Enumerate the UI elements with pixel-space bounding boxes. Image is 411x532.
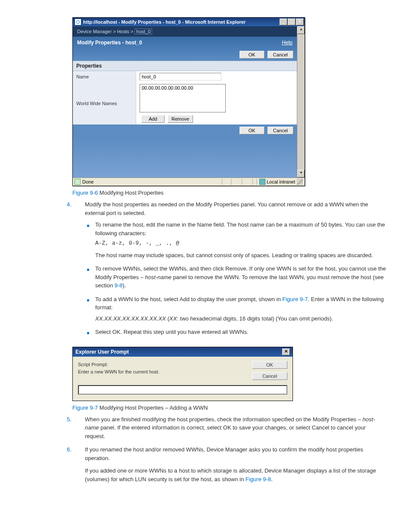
figure-text: Modifying Host Properties – Adding a WWN — [98, 404, 208, 411]
close-button[interactable]: ✕ — [296, 19, 304, 25]
prompt-titlebar: Explorer User Prompt ✕ — [73, 347, 293, 357]
done-icon — [75, 179, 81, 185]
prompt-line1: Script Prompt: — [78, 361, 244, 369]
chars-text: A-Z, a-z, 0-9, -, _, ., @ — [95, 239, 386, 248]
link-section-9-8[interactable]: 9-8 — [115, 282, 123, 289]
status-bar: Done Local intranet — [73, 177, 305, 186]
breadcrumb: Device Manager > Hosts > host_0 — [73, 26, 297, 37]
intranet-icon — [259, 179, 265, 185]
step-number: 6. — [67, 445, 72, 454]
breadcrumb-host: host_0 — [134, 28, 152, 34]
blank-area — [73, 137, 297, 177]
bullet-remove-wwn: To remove WWNs, select the WWNs, and the… — [85, 264, 386, 295]
step-text: Modify the host properties as needed on … — [85, 201, 368, 216]
screenshot-user-prompt: Explorer User Prompt ✕ Script Prompt: En… — [72, 347, 293, 401]
status-done-text: Done — [82, 179, 93, 184]
page-title: Modify Properties - host_0 — [77, 40, 142, 46]
figure-text: Modifying Host Properties — [98, 190, 163, 196]
screenshot-modify-properties: http://localhost - Modify Properties - h… — [72, 17, 305, 186]
remove-button[interactable]: Remove — [168, 115, 193, 123]
help-link[interactable]: Help — [282, 40, 293, 46]
link-figure-9-8[interactable]: Figure 9-8 — [246, 476, 271, 482]
figure-caption: Figure 9-6 Modifying Host Properties — [72, 190, 411, 196]
breadcrumb-prefix: Device Manager > Hosts > — [77, 29, 134, 34]
figure-ref: Figure 9-7 — [72, 404, 98, 411]
close-icon[interactable]: ✕ — [282, 348, 290, 355]
page-header: Modify Properties - host_0 Help — [73, 37, 297, 49]
figure-caption: Figure 9-7 Modifying Host Properties – A… — [72, 404, 411, 411]
prompt-title-text: Explorer User Prompt — [75, 349, 129, 355]
resize-grip-icon[interactable] — [297, 179, 303, 185]
maximize-button[interactable]: ▢ — [288, 19, 296, 25]
name-input[interactable] — [140, 73, 221, 81]
prompt-text: Script Prompt: Enter a new WWN for the c… — [78, 361, 244, 380]
figure-ref: Figure 9-6 — [72, 190, 98, 196]
ok-button[interactable]: OK — [252, 361, 287, 369]
ok-button[interactable]: OK — [240, 51, 265, 59]
wwn-input[interactable] — [78, 385, 287, 395]
wwn-list-item[interactable]: 00.00.00.00.00.00.00.00 — [142, 85, 193, 90]
name-label: Name — [73, 71, 136, 82]
scroll-down-icon[interactable]: ▾ — [297, 170, 305, 177]
step-6: 6. If you renamed the host and/or remove… — [67, 445, 411, 488]
step-number: 4. — [67, 200, 72, 209]
bullet-add-wwn: To add a WWN to the host, select Add to … — [85, 295, 386, 328]
properties-section-header: Properties — [73, 61, 297, 71]
prompt-line2: Enter a new WWN for the current host. — [78, 368, 244, 376]
link-figure-9-7[interactable]: Figure 9-7 — [282, 296, 308, 302]
step-5: 5. When you are finished modifying the h… — [67, 415, 411, 446]
scroll-up-icon[interactable]: ▴ — [297, 26, 305, 34]
ie-icon — [75, 19, 81, 25]
wwn-listbox[interactable]: 00.00.00.00.00.00.00.00 — [140, 84, 226, 112]
wwn-label: World Wide Names — [73, 82, 136, 124]
bullet-rename: To rename the host, edit the name in the… — [85, 221, 386, 264]
step-number: 5. — [67, 415, 72, 424]
cancel-button[interactable]: Cancel — [252, 372, 287, 380]
zone-text: Local intranet — [267, 179, 295, 184]
vertical-scrollbar[interactable]: ▴ ▾ — [297, 26, 305, 177]
add-button[interactable]: Add — [141, 115, 165, 123]
window-title: http://localhost - Modify Properties - h… — [83, 19, 280, 25]
properties-table: Name World Wide Names 00.00.00.00.00.00.… — [73, 71, 297, 124]
cancel-button[interactable]: Cancel — [268, 127, 293, 134]
bullet-select-ok: Select OK. Repeat this step until you ha… — [85, 328, 386, 342]
ok-button[interactable]: OK — [240, 127, 265, 134]
cancel-button[interactable]: Cancel — [268, 51, 293, 59]
window-titlebar: http://localhost - Modify Properties - h… — [73, 18, 305, 26]
bottom-button-bar: OK Cancel — [73, 124, 297, 137]
step-4: 4. Modify the host properties as needed … — [67, 200, 411, 347]
security-zone: Local intranet — [256, 179, 295, 185]
top-button-bar: OK Cancel — [73, 49, 297, 61]
minimize-button[interactable]: _ — [280, 19, 287, 25]
